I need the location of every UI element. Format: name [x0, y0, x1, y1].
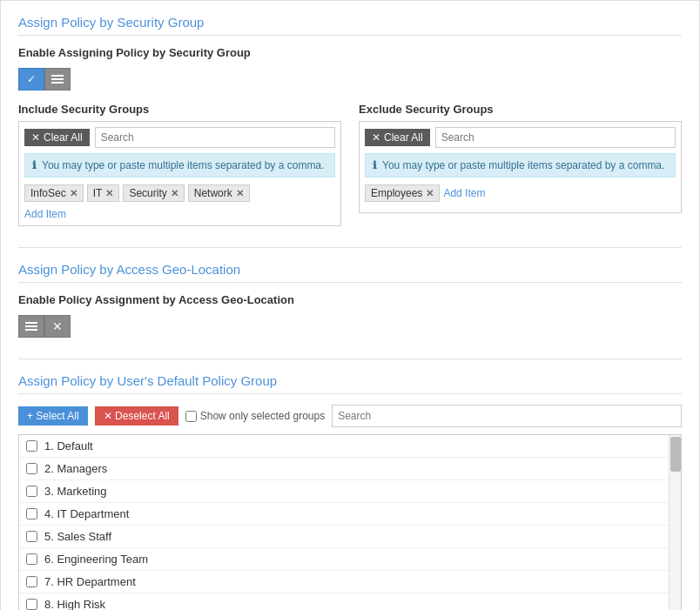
exclude-header: ✕ Clear All [365, 127, 676, 148]
deselect-all-button[interactable]: ✕ Deselect All [95, 406, 178, 426]
tag-network-label: Network [194, 187, 232, 199]
geo-toggle-row: ✕ [18, 315, 682, 338]
policy-group-section: Assign Policy by User's Default Policy G… [18, 373, 682, 610]
group-checkbox-7[interactable] [26, 576, 37, 587]
lines-icon [51, 75, 64, 84]
tag-it-label: IT [93, 187, 103, 199]
exclude-tags-row: Employees ✕ Add Item [365, 184, 676, 202]
geo-toggle-lines-button[interactable] [18, 315, 44, 338]
group-list: 1. Default 2. Managers 3. Marketing 4. I… [19, 435, 669, 610]
geo-x-icon: ✕ [52, 319, 63, 333]
include-clear-all-button[interactable]: ✕ Clear All [24, 129, 90, 146]
group-item-1-label: 1. Default [44, 439, 93, 452]
include-info-text: You may type or paste multiple items sep… [42, 159, 324, 171]
include-add-item-button[interactable]: Add Item [24, 208, 66, 220]
include-tags-row: InfoSec ✕ IT ✕ Security ✕ Network [24, 184, 335, 202]
include-header: ✕ Clear All [24, 127, 335, 148]
group-list-container: 1. Default 2. Managers 3. Marketing 4. I… [18, 434, 682, 610]
exclude-tag-box: ✕ Clear All ℹ You may type or paste mult… [359, 121, 682, 213]
group-item-1[interactable]: 1. Default [19, 435, 669, 458]
geo-location-title: Assign Policy by Access Geo-Location [18, 262, 682, 283]
tag-network: Network ✕ [188, 184, 250, 202]
group-checkbox-2[interactable] [26, 463, 37, 474]
page-container: Assign Policy by Security Group Enable A… [0, 0, 700, 610]
group-item-8[interactable]: 8. High Risk [19, 593, 669, 610]
scrollbar-thumb [670, 437, 681, 472]
checkmark-icon: ✓ [27, 73, 36, 85]
tag-security-label: Security [129, 187, 166, 199]
group-item-4-label: 4. IT Department [44, 507, 129, 520]
exclude-info-box: ℹ You may type or paste multiple items s… [365, 153, 676, 178]
group-checkbox-6[interactable] [26, 553, 37, 565]
include-info-box: ℹ You may type or paste multiple items s… [24, 153, 335, 178]
exclude-security-col: Exclude Security Groups ✕ Clear All ℹ Yo… [359, 103, 682, 226]
group-checkbox-4[interactable] [26, 508, 37, 520]
group-item-6[interactable]: 6. Engineering Team [19, 548, 669, 571]
geo-lines-icon [25, 322, 37, 331]
exclude-clear-all-button[interactable]: ✕ Clear All [365, 129, 430, 146]
group-item-2-label: 2. Managers [44, 462, 107, 475]
group-item-5[interactable]: 5. Sales Staff [19, 526, 669, 548]
security-group-title: Assign Policy by Security Group [18, 15, 682, 36]
tag-it: IT ✕ [87, 184, 120, 202]
include-tag-box: ✕ Clear All ℹ You may type or paste mult… [18, 121, 341, 226]
info-icon-exclude: ℹ [373, 159, 377, 171]
enable-security-toggle-row: ✓ [18, 68, 682, 90]
divider-1 [18, 247, 682, 248]
tag-security-remove[interactable]: ✕ [171, 188, 178, 199]
divider-2 [18, 359, 682, 359]
show-selected-label: Show only selected groups [185, 410, 325, 422]
group-checkbox-3[interactable] [26, 486, 37, 497]
include-label: Include Security Groups [18, 103, 341, 116]
tag-network-remove[interactable]: ✕ [236, 188, 244, 199]
tag-security: Security ✕ [123, 184, 184, 202]
info-icon: ℹ [32, 159, 37, 171]
group-item-2[interactable]: 2. Managers [19, 458, 669, 480]
group-search-input[interactable] [332, 405, 682, 427]
include-search-input[interactable] [95, 127, 335, 148]
security-group-section: Assign Policy by Security Group Enable A… [18, 15, 682, 226]
policy-group-title: Assign Policy by User's Default Policy G… [18, 373, 682, 394]
group-item-4[interactable]: 4. IT Department [19, 503, 669, 526]
exclude-search-input[interactable] [435, 127, 676, 148]
exclude-info-text: You may type or paste multiple items sep… [382, 159, 664, 171]
group-checkbox-8[interactable] [26, 599, 37, 610]
tag-it-remove[interactable]: ✕ [105, 188, 113, 199]
enable-security-group-label: Enable Assigning Policy by Security Grou… [18, 46, 682, 59]
enable-geo-label: Enable Policy Assignment by Access Geo-L… [18, 293, 682, 306]
clear-x-icon-exclude: ✕ [372, 131, 380, 144]
tag-infosec-label: InfoSec [30, 187, 66, 199]
exclude-add-item-button[interactable]: Add Item [443, 184, 485, 202]
group-controls-row: + Select All ✕ Deselect All Show only se… [18, 405, 682, 427]
group-item-7[interactable]: 7. HR Department [19, 571, 669, 593]
geo-location-section: Assign Policy by Access Geo-Location Ena… [18, 262, 682, 338]
toggle-check-button[interactable]: ✓ [18, 68, 44, 90]
group-checkbox-5[interactable] [26, 531, 37, 542]
group-item-7-label: 7. HR Department [44, 575, 136, 588]
group-item-6-label: 6. Engineering Team [44, 553, 148, 566]
tag-infosec-remove[interactable]: ✕ [70, 188, 77, 199]
tag-employees-label: Employees [371, 187, 422, 199]
group-checkbox-1[interactable] [26, 440, 37, 452]
group-item-3-label: 3. Marketing [44, 485, 107, 498]
tag-employees-remove[interactable]: ✕ [426, 188, 434, 199]
exclude-label: Exclude Security Groups [359, 103, 682, 116]
geo-toggle-button-group: ✕ [18, 315, 71, 338]
include-security-col: Include Security Groups ✕ Clear All ℹ Yo… [18, 103, 341, 226]
geo-toggle-x-button[interactable]: ✕ [44, 315, 71, 338]
clear-x-icon: ✕ [31, 131, 40, 144]
scrollbar[interactable] [669, 435, 681, 610]
toggle-lines-button[interactable] [44, 68, 71, 90]
group-item-5-label: 5. Sales Staff [44, 530, 111, 543]
tag-employees: Employees ✕ [365, 184, 440, 202]
tag-infosec: InfoSec ✕ [24, 184, 84, 202]
toggle-button-group: ✓ [18, 68, 71, 90]
show-selected-checkbox[interactable] [185, 411, 197, 422]
select-all-button[interactable]: + Select All [18, 406, 88, 426]
security-groups-columns: Include Security Groups ✕ Clear All ℹ Yo… [18, 103, 682, 226]
group-item-3[interactable]: 3. Marketing [19, 480, 669, 503]
group-item-8-label: 8. High Risk [44, 598, 105, 610]
